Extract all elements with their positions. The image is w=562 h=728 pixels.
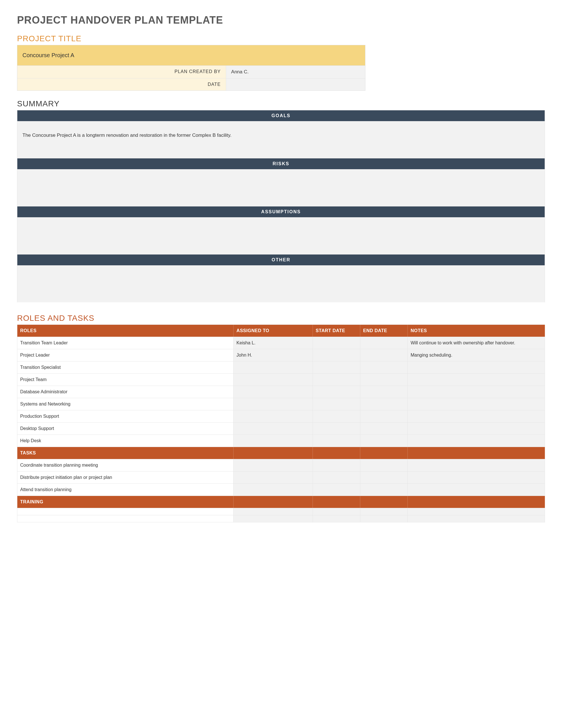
start-cell[interactable] — [312, 423, 360, 435]
assigned-cell[interactable] — [234, 484, 313, 496]
section-blank — [360, 447, 408, 459]
end-cell[interactable] — [360, 349, 408, 361]
plan-created-by-value[interactable]: Anna C. — [226, 66, 365, 78]
th-notes: NOTES — [408, 325, 545, 337]
notes-cell[interactable] — [408, 398, 545, 410]
end-cell[interactable] — [360, 337, 408, 349]
role-cell[interactable]: Attend transition planning — [17, 484, 234, 496]
role-cell[interactable]: Transition Specialist — [17, 361, 234, 374]
end-cell[interactable] — [360, 508, 408, 515]
meta-row-date: DATE — [17, 78, 365, 90]
assigned-cell[interactable] — [234, 515, 313, 522]
role-cell[interactable]: Project Leader — [17, 349, 234, 361]
start-cell[interactable] — [312, 337, 360, 349]
table-row: Transition Specialist — [17, 361, 545, 374]
tasks-section-row: TASKS — [17, 447, 545, 459]
role-cell[interactable]: Transition Team Leader — [17, 337, 234, 349]
end-cell[interactable] — [360, 515, 408, 522]
assigned-cell[interactable] — [234, 459, 313, 471]
notes-cell[interactable] — [408, 423, 545, 435]
start-cell[interactable] — [312, 398, 360, 410]
end-cell[interactable] — [360, 361, 408, 374]
role-cell[interactable] — [17, 508, 234, 515]
table-row: Desktop Support — [17, 423, 545, 435]
table-header-row: ROLES ASSIGNED TO START DATE END DATE NO… — [17, 325, 545, 337]
table-row: Distribute project initiation plan or pr… — [17, 471, 545, 484]
assigned-cell[interactable] — [234, 386, 313, 398]
start-cell[interactable] — [312, 515, 360, 522]
role-cell[interactable]: Production Support — [17, 410, 234, 423]
th-roles: ROLES — [17, 325, 234, 337]
roles-tasks-heading: ROLES AND TASKS — [17, 314, 545, 323]
assigned-cell[interactable] — [234, 508, 313, 515]
start-cell[interactable] — [312, 361, 360, 374]
notes-cell[interactable] — [408, 435, 545, 447]
role-cell[interactable]: Project Team — [17, 374, 234, 386]
assigned-cell[interactable] — [234, 435, 313, 447]
notes-cell[interactable] — [408, 508, 545, 515]
assumptions-body[interactable] — [17, 217, 545, 254]
start-cell[interactable] — [312, 349, 360, 361]
notes-cell[interactable] — [408, 361, 545, 374]
risks-body[interactable] — [17, 169, 545, 206]
role-cell[interactable]: Help Desk — [17, 435, 234, 447]
notes-cell[interactable] — [408, 515, 545, 522]
end-cell[interactable] — [360, 435, 408, 447]
assigned-cell[interactable] — [234, 361, 313, 374]
assigned-cell[interactable]: John H. — [234, 349, 313, 361]
end-cell[interactable] — [360, 374, 408, 386]
role-cell[interactable]: Coordinate transition planning meeting — [17, 459, 234, 471]
th-assigned: ASSIGNED TO — [234, 325, 313, 337]
table-row: Project Team — [17, 374, 545, 386]
start-cell[interactable] — [312, 435, 360, 447]
assigned-cell[interactable] — [234, 374, 313, 386]
goals-body[interactable]: The Concourse Project A is a longterm re… — [17, 121, 545, 158]
notes-cell[interactable] — [408, 471, 545, 484]
project-title-box: Concourse Project A PLAN CREATED BY Anna… — [17, 45, 365, 91]
end-cell[interactable] — [360, 410, 408, 423]
risks-header: RISKS — [17, 158, 545, 169]
goals-header: GOALS — [17, 110, 545, 121]
notes-cell[interactable]: Manging scheduling. — [408, 349, 545, 361]
end-cell[interactable] — [360, 423, 408, 435]
start-cell[interactable] — [312, 508, 360, 515]
summary-goals-block: GOALS The Concourse Project A is a longt… — [17, 110, 545, 158]
end-cell[interactable] — [360, 484, 408, 496]
notes-cell[interactable] — [408, 484, 545, 496]
notes-cell[interactable] — [408, 410, 545, 423]
role-cell[interactable] — [17, 515, 234, 522]
section-blank — [234, 496, 313, 508]
end-cell[interactable] — [360, 459, 408, 471]
training-section-row: TRAINING — [17, 496, 545, 508]
notes-cell[interactable] — [408, 374, 545, 386]
end-cell[interactable] — [360, 471, 408, 484]
section-blank — [234, 447, 313, 459]
start-cell[interactable] — [312, 386, 360, 398]
start-cell[interactable] — [312, 459, 360, 471]
role-cell[interactable]: Distribute project initiation plan or pr… — [17, 471, 234, 484]
assigned-cell[interactable] — [234, 423, 313, 435]
section-blank — [312, 496, 360, 508]
other-body[interactable] — [17, 265, 545, 302]
date-value[interactable] — [226, 78, 365, 90]
end-cell[interactable] — [360, 398, 408, 410]
notes-cell[interactable] — [408, 386, 545, 398]
project-name-cell[interactable]: Concourse Project A — [17, 45, 365, 66]
role-cell[interactable]: Desktop Support — [17, 423, 234, 435]
start-cell[interactable] — [312, 471, 360, 484]
notes-cell[interactable]: Will continue to work with ownership aft… — [408, 337, 545, 349]
assigned-cell[interactable] — [234, 398, 313, 410]
document-title: PROJECT HANDOVER PLAN TEMPLATE — [17, 14, 545, 26]
start-cell[interactable] — [312, 410, 360, 423]
role-cell[interactable]: Database Administrator — [17, 386, 234, 398]
role-cell[interactable]: Systems and Networking — [17, 398, 234, 410]
table-row: Coordinate transition planning meeting — [17, 459, 545, 471]
start-cell[interactable] — [312, 484, 360, 496]
assigned-cell[interactable]: Keisha L. — [234, 337, 313, 349]
assigned-cell[interactable] — [234, 471, 313, 484]
assigned-cell[interactable] — [234, 410, 313, 423]
other-header: OTHER — [17, 255, 545, 265]
notes-cell[interactable] — [408, 459, 545, 471]
end-cell[interactable] — [360, 386, 408, 398]
start-cell[interactable] — [312, 374, 360, 386]
